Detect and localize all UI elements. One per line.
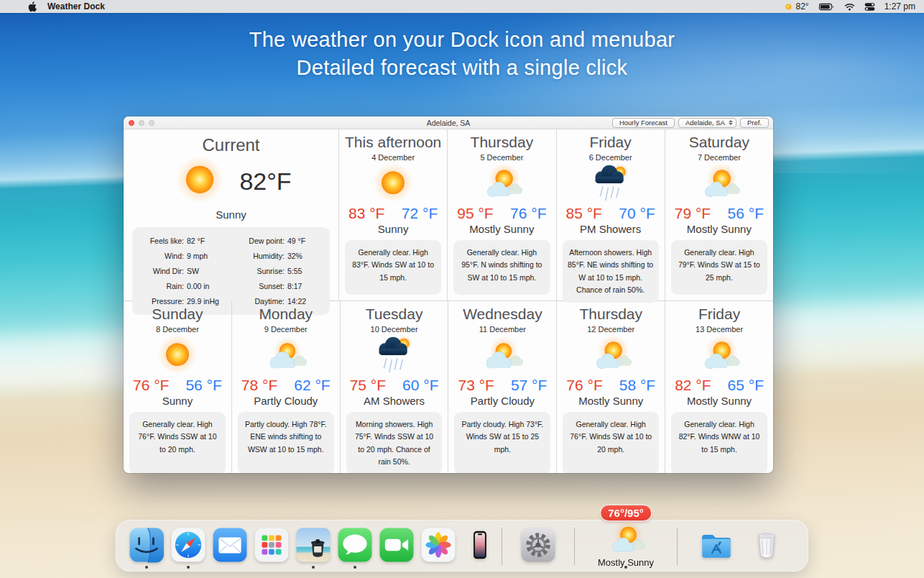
card-date: 5 December — [480, 153, 523, 162]
menubar-clock[interactable]: 1:27 pm — [884, 1, 915, 12]
card-day: Friday — [698, 306, 740, 323]
forecast-card: Sunday 8 December 76 °F56 °F Sunny Gener… — [124, 301, 232, 473]
card-condition: Mostly Sunny — [687, 395, 752, 407]
card-description: Partly cloudy. High 73°F. Winds SW at 15… — [454, 412, 550, 473]
dock-applications-folder-icon[interactable] — [696, 520, 737, 571]
forecast-card: This afternoon 4 December 83 °F72 °F Sun… — [339, 129, 448, 301]
pref-button[interactable]: Pref. — [740, 118, 769, 128]
high-temp: 75 °F — [350, 377, 386, 394]
card-condition: Sunny — [162, 395, 193, 407]
high-temp: 78 °F — [241, 377, 277, 394]
weather-icon — [371, 334, 418, 377]
apple-menu[interactable] — [27, 1, 37, 12]
dock: 76°/95° Mostly Sunny — [116, 520, 808, 572]
dock-weather-dock-item[interactable]: 76°/95° Mostly Sunny — [576, 520, 676, 571]
location-select[interactable]: Adelaide, SA — [678, 118, 736, 128]
current-details-left: Feels like:82 °F Wind:9 mph Wind Dir:SW … — [139, 237, 230, 306]
hourly-forecast-button[interactable]: Hourly Forecast — [612, 118, 675, 128]
dock-iphone-mirroring-icon[interactable] — [459, 520, 501, 571]
menu-bar-app-name[interactable]: Weather Dock — [47, 1, 105, 12]
running-indicator — [145, 566, 148, 569]
card-day: Sunday — [152, 306, 203, 323]
forecast-card: Saturday 7 December 79 °F56 °F Mostly Su… — [665, 129, 773, 301]
forecast-card: Friday 6 December 85 °F70 °F PM Showers … — [557, 129, 665, 301]
card-day: Saturday — [689, 134, 749, 151]
card-description: Partly cloudy. High 78°F. ENE winds shif… — [238, 412, 334, 473]
low-temp: 60 °F — [402, 377, 438, 394]
dock-separator — [502, 528, 502, 565]
dock-facetime-icon[interactable] — [376, 520, 417, 571]
forecast-card: Friday 13 December 82 °F65 °F Mostly Sun… — [665, 301, 773, 473]
low-temp: 56 °F — [185, 377, 221, 394]
forecast-card: Wednesday 11 December 73 °F57 °F Partly … — [448, 301, 557, 473]
weather-icon — [262, 334, 310, 377]
dock-launchpad-icon[interactable] — [251, 520, 292, 571]
forecast-card: Monday 9 December 78 °F62 °F Partly Clou… — [232, 301, 341, 473]
forecast-card: Tuesday 10 December 75 °F60 °F AM Shower… — [341, 301, 449, 473]
low-temp: 65 °F — [728, 377, 764, 394]
low-temp: 76 °F — [510, 205, 546, 222]
headline-line2: Detailed forecast with a single click — [0, 54, 924, 82]
stepper-icon — [729, 120, 733, 125]
forecast-card: Thursday 12 December 76 °F58 °F Mostly S… — [557, 301, 665, 473]
card-condition: AM Showers — [364, 395, 425, 407]
forecast-row-1: Current 82°F Sunny Feels like:82 °F Wind… — [124, 129, 773, 301]
card-day: Monday — [259, 306, 313, 323]
dock-separator — [677, 528, 678, 565]
running-indicator — [312, 566, 315, 569]
dock-safari-icon[interactable] — [167, 520, 209, 571]
high-temp: 76 °F — [566, 377, 602, 394]
dock-messages-icon[interactable] — [334, 520, 376, 571]
high-temp: 83 °F — [348, 205, 384, 222]
dock-system-settings-icon[interactable] — [517, 520, 559, 571]
wifi-icon[interactable] — [844, 3, 855, 11]
weather-icon — [587, 334, 634, 377]
weather-icon — [369, 162, 417, 206]
high-temp: 82 °F — [675, 377, 711, 394]
dock-photos-icon[interactable] — [417, 520, 459, 571]
card-date: 13 December — [696, 325, 743, 334]
dock-preview-icon[interactable] — [292, 520, 334, 571]
running-indicator — [354, 566, 356, 569]
running-indicator — [187, 566, 190, 569]
forecast-card: Thursday 5 December 95 °F76 °F Mostly Su… — [448, 129, 556, 301]
control-center-icon[interactable] — [864, 3, 875, 11]
card-date: 8 December — [156, 325, 199, 334]
current-condition: Sunny — [216, 208, 246, 221]
dock-weather-icon — [606, 525, 646, 556]
window-titlebar[interactable]: Adelaide, SA Hourly Forecast Adelaide, S… — [124, 116, 773, 129]
location-select-value: Adelaide, SA — [685, 119, 725, 127]
menu-bar: Weather Dock 82° 1:27 pm — [0, 0, 924, 13]
weather-icon — [587, 162, 634, 206]
card-description: Generally clear. High 83°F. Winds SW at … — [345, 240, 441, 295]
card-day: Thursday — [471, 134, 534, 151]
desktop: Weather Dock 82° 1:27 pm The weather on … — [0, 0, 924, 578]
card-description: Generally clear. High 76°F. Winds SSW at… — [129, 412, 226, 473]
low-temp: 62 °F — [294, 377, 330, 394]
temperature-badge: 76°/95° — [601, 505, 651, 520]
battery-icon[interactable] — [818, 3, 835, 11]
card-date: 9 December — [264, 325, 308, 334]
card-condition: Sunny — [378, 223, 409, 235]
card-day: Friday — [589, 134, 631, 151]
dock-mail-icon[interactable] — [209, 520, 251, 571]
card-description: Morning showers. High 75°F. Winds SSW at… — [346, 412, 443, 473]
high-temp: 79 °F — [675, 205, 711, 222]
card-date: 11 December — [479, 325, 526, 334]
menubar-weather-item[interactable]: 82° — [785, 1, 808, 12]
dock-separator — [574, 528, 575, 565]
dock-finder-icon[interactable] — [126, 520, 167, 571]
high-temp: 76 °F — [133, 377, 169, 394]
marketing-headline: The weather on your Dock icon and menuba… — [0, 26, 924, 82]
card-date: 4 December — [371, 153, 415, 162]
dock-trash-icon[interactable] — [746, 520, 787, 571]
current-weather-icon — [170, 155, 229, 207]
low-temp: 57 °F — [511, 377, 547, 394]
card-description: Generally clear. High 76°F. Winds SW at … — [563, 412, 659, 473]
card-condition: PM Showers — [580, 223, 641, 235]
card-description: Generally clear. High 95°F. N winds shif… — [453, 240, 550, 295]
high-temp: 95 °F — [457, 205, 493, 222]
current-temperature: 82°F — [239, 168, 291, 196]
card-date: 7 December — [698, 153, 741, 162]
card-description: Generally clear. High 82°F. Winds WNW at… — [671, 412, 767, 473]
